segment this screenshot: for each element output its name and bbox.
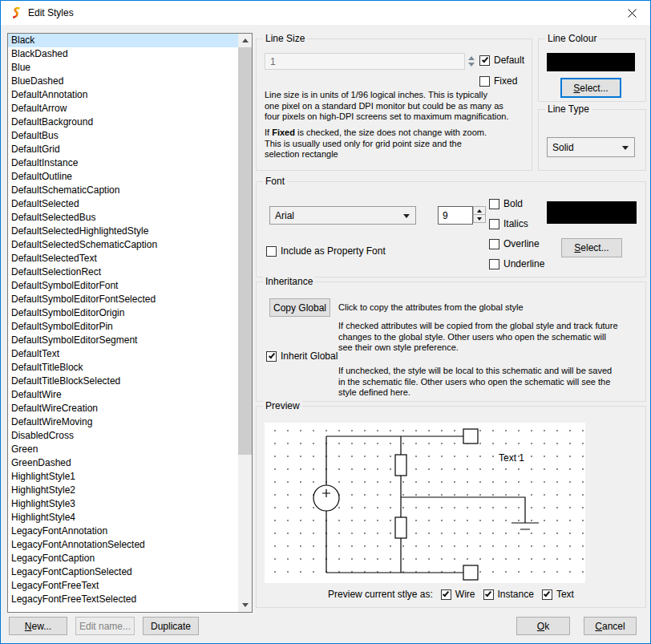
spin-down-button[interactable]	[473, 214, 486, 223]
checkbox-label: Include as Property Font	[281, 245, 386, 257]
close-icon	[628, 9, 637, 18]
line-size-input: 1	[265, 53, 465, 70]
list-item[interactable]: DefaultSymbolEditorPin	[8, 320, 238, 334]
list-item[interactable]: HighlightStyle1	[8, 470, 238, 484]
chevron-down-icon	[622, 146, 629, 150]
checkbox-box	[479, 76, 490, 87]
text-line: If unchecked, the style will be local to…	[338, 366, 612, 377]
close-button[interactable]	[614, 1, 650, 25]
list-item[interactable]: DisabledCross	[8, 429, 238, 443]
list-item[interactable]: LegacyFontAnnotation	[8, 525, 238, 538]
list-item[interactable]: DefaultSymbolEditorOrigin	[8, 306, 238, 320]
schematic-drawing: Text 1	[265, 423, 585, 583]
checkbox-box	[441, 589, 451, 600]
list-item[interactable]: DefaultTitleBlock	[8, 361, 238, 375]
list-item[interactable]: DefaultSchematicCaption	[8, 184, 238, 197]
app-icon	[10, 6, 22, 19]
italics-checkbox[interactable]: Italics	[489, 218, 528, 229]
list-item[interactable]: DefaultSelectedBus	[8, 211, 238, 225]
copy-global-hint: Click to copy the attributes from the gl…	[338, 302, 524, 314]
preview-wire-checkbox[interactable]: Wire	[441, 589, 475, 600]
checkbox-label: Bold	[503, 198, 523, 209]
list-item[interactable]: DefaultText	[8, 347, 238, 361]
font-select-button[interactable]: Select...	[561, 238, 622, 257]
list-item[interactable]: BlackDashed	[8, 47, 238, 61]
text-line: If Fixed is checked, the size does not c…	[265, 128, 487, 139]
list-item[interactable]: DefaultSelectionRect	[8, 265, 238, 279]
list-item[interactable]: Green	[8, 443, 238, 456]
voltage-source-symbol	[313, 485, 339, 511]
list-item[interactable]: DefaultSymbolEditorSegment	[8, 334, 238, 347]
list-item[interactable]: DefaultWire	[8, 388, 238, 402]
new-button[interactable]: New...	[9, 617, 67, 635]
preview-text-checkbox[interactable]: Text	[542, 589, 574, 600]
list-item[interactable]: LegacyFontFreeTextSelected	[8, 593, 238, 606]
text-line: four pixels on high-DPI screens set to m…	[265, 111, 508, 123]
preview-instance-checkbox[interactable]: Instance	[483, 589, 534, 600]
list-item[interactable]: LegacyFontAnnotationSelected	[8, 538, 238, 552]
overline-checkbox[interactable]: Overline	[489, 238, 540, 249]
list-item[interactable]: DefaultSelectedHighlightedStyle	[8, 225, 238, 238]
list-item[interactable]: Black	[8, 34, 238, 47]
style-list-scrollbar[interactable]	[238, 34, 252, 612]
list-item[interactable]: BlueDashed	[8, 75, 238, 88]
spin-down-icon	[468, 63, 475, 67]
list-item[interactable]: DefaultGrid	[8, 143, 238, 156]
list-item[interactable]: DefaultTitleBlockSelected	[8, 375, 238, 388]
list-item[interactable]: HighlightStyle4	[8, 511, 238, 525]
list-item[interactable]: DefaultSelected	[8, 197, 238, 211]
scroll-down-button[interactable]	[238, 598, 252, 612]
scrollbar-thumb[interactable]	[238, 47, 252, 455]
preview-prompt: Preview current stlye as:	[328, 589, 433, 600]
default-checkbox[interactable]: Default	[479, 55, 524, 66]
titlebar: Edit Styles	[1, 1, 650, 25]
list-item[interactable]: HighlightStyle3	[8, 497, 238, 511]
checkbox-label: Inherit Global	[281, 350, 338, 362]
line-size-group: Line Size 1 Default Fixed Line size is i…	[256, 38, 532, 171]
list-item[interactable]: DefaultSelectedSchematicCaption	[8, 238, 238, 252]
list-item[interactable]: DefaultWireCreation	[8, 402, 238, 415]
list-item[interactable]: DefaultSymbolEditorFont	[8, 279, 238, 293]
list-item[interactable]: LegacyFontFreeText	[8, 579, 238, 593]
inherit-checked-description: If checked attributes will be copied fro…	[338, 321, 618, 354]
list-item[interactable]: LegacyFontCaptionSelected	[8, 565, 238, 579]
font-group-label: Font	[263, 176, 287, 187]
list-item[interactable]: DefaultBus	[8, 129, 238, 143]
style-list-items: BlackBlackDashedBlueBlueDashedDefaultAnn…	[8, 34, 238, 612]
list-item[interactable]: LegacyFontCaption	[8, 552, 238, 565]
line-colour-select-button[interactable]: Select...	[560, 78, 621, 98]
duplicate-button[interactable]: Duplicate	[143, 617, 199, 635]
line-size-spinner[interactable]	[467, 53, 476, 70]
list-item[interactable]: DefaultSelectedText	[8, 252, 238, 265]
underline-checkbox[interactable]: Underline	[489, 258, 544, 269]
copy-global-button[interactable]: Copy Global	[269, 298, 330, 317]
checkbox-label: Fixed	[494, 75, 517, 87]
font-size-spinner[interactable]	[473, 206, 486, 223]
font-size-input[interactable]: 9	[438, 206, 473, 225]
list-item[interactable]: DefaultInstance	[8, 156, 238, 170]
inherit-global-checkbox[interactable]: Inherit Global	[266, 350, 338, 362]
check-icon	[443, 590, 449, 597]
line-type-combobox[interactable]: Solid	[547, 137, 635, 157]
list-item[interactable]: DefaultOutline	[8, 170, 238, 184]
fixed-checkbox[interactable]: Fixed	[479, 75, 517, 87]
spin-down-icon	[477, 217, 482, 221]
list-item[interactable]: GreenDashed	[8, 456, 238, 470]
list-item[interactable]: DefaultAnnotation	[8, 88, 238, 102]
bold-checkbox[interactable]: Bold	[489, 198, 523, 209]
list-item[interactable]: DefaultArrow	[8, 102, 238, 115]
list-item[interactable]: Blue	[8, 61, 238, 75]
cancel-button[interactable]: Cancel	[584, 617, 637, 635]
include-property-font-checkbox[interactable]: Include as Property Font	[266, 245, 386, 257]
list-item[interactable]: HighlightStyle2	[8, 484, 238, 497]
inherit-unchecked-description: If unchecked, the style will be local to…	[338, 366, 612, 399]
font-family-combobox[interactable]: Arial	[269, 206, 416, 225]
list-item[interactable]: DefaultWireMoving	[8, 415, 238, 429]
text-line: changes to the global style. Other users…	[338, 332, 618, 343]
list-item[interactable]: DefaultBackground	[8, 115, 238, 129]
checkbox-label: Wire	[455, 589, 475, 600]
scroll-up-button[interactable]	[238, 34, 252, 47]
check-icon	[544, 590, 550, 597]
list-item[interactable]: DefaultSymbolEditorFontSelected	[8, 293, 238, 306]
ok-button[interactable]: Ok	[516, 617, 570, 635]
